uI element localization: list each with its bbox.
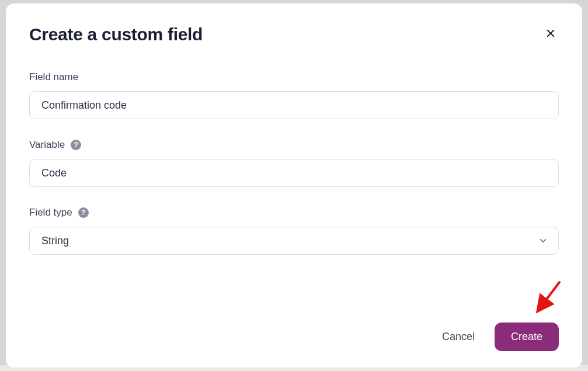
field-type-label: Field type — [29, 207, 72, 219]
close-button[interactable] — [542, 26, 559, 42]
field-type-select-wrap: String — [29, 227, 559, 255]
modal-title: Create a custom field — [29, 25, 203, 44]
variable-group: Variable ? — [29, 139, 559, 187]
field-type-select[interactable]: String — [29, 227, 559, 255]
create-custom-field-modal: Create a custom field Field name Variabl… — [6, 4, 582, 367]
field-name-label: Field name — [29, 71, 78, 83]
field-name-input[interactable] — [29, 91, 559, 119]
variable-input[interactable] — [29, 159, 559, 187]
close-icon — [545, 28, 556, 40]
label-row: Field type ? — [29, 207, 559, 219]
modal-form: Field name Variable ? Field type ? Strin… — [29, 71, 559, 317]
label-row: Field name — [29, 71, 559, 83]
create-button[interactable]: Create — [495, 323, 559, 351]
field-type-selected-value: String — [41, 235, 69, 247]
field-name-group: Field name — [29, 71, 559, 119]
cancel-button[interactable]: Cancel — [439, 326, 478, 348]
help-icon[interactable]: ? — [71, 140, 81, 150]
help-icon[interactable]: ? — [78, 207, 89, 218]
variable-label: Variable — [29, 139, 65, 151]
modal-header: Create a custom field — [29, 25, 559, 44]
field-type-group: Field type ? String — [29, 207, 559, 255]
label-row: Variable ? — [29, 139, 559, 151]
modal-footer: Cancel Create — [29, 317, 559, 351]
